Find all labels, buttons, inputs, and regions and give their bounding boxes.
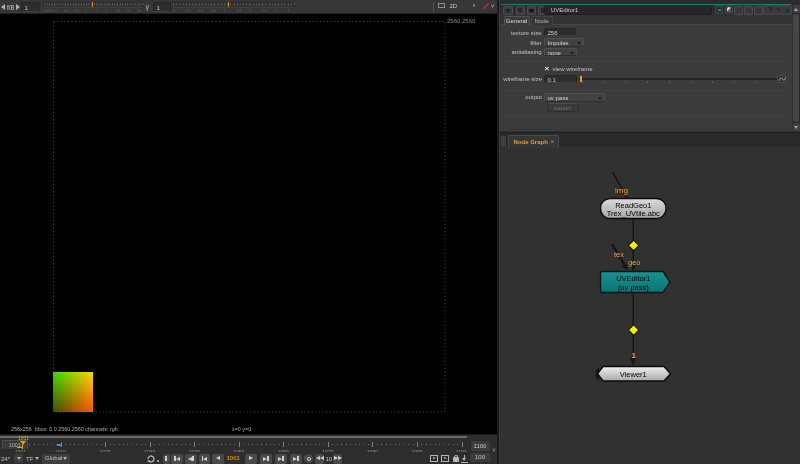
svg-text:1: 1 — [632, 351, 637, 360]
svg-text:img: img — [615, 186, 628, 195]
svg-text:(uv pass): (uv pass) — [618, 283, 649, 292]
svg-text:Viewer1: Viewer1 — [620, 370, 647, 379]
svg-text:Trex_UVtile.abc: Trex_UVtile.abc — [607, 209, 660, 218]
svg-text:tex: tex — [614, 250, 624, 259]
svg-text:geo: geo — [628, 258, 641, 267]
svg-text:UVEditor1: UVEditor1 — [616, 274, 650, 283]
